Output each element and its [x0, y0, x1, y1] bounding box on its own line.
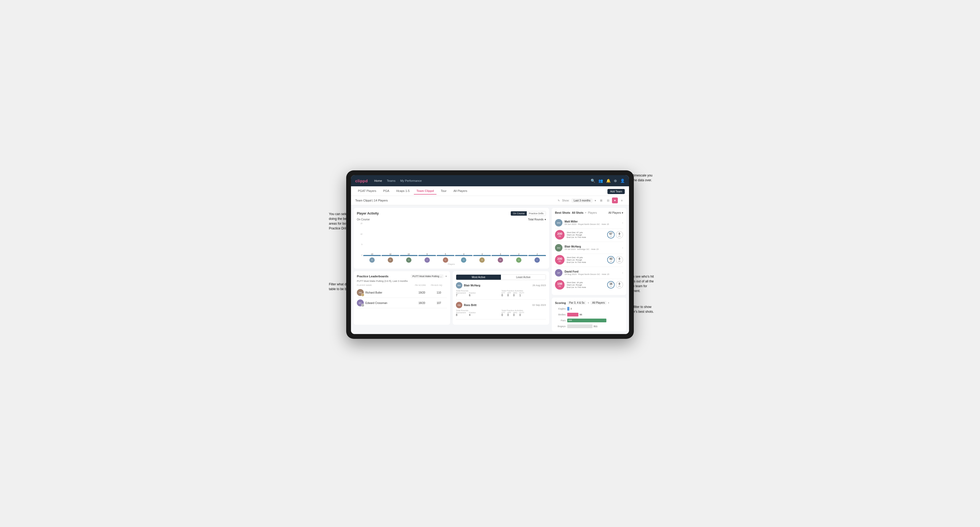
least-active-btn[interactable]: Least Active: [501, 275, 546, 280]
edit-icon[interactable]: ✎: [558, 199, 560, 202]
shot-detail-2: 200 SG Shot Dist: 43 yds Start Lie: Roug…: [555, 254, 623, 267]
scoring-dropdown-2[interactable]: All Players: [591, 301, 606, 305]
rounds-vals-2: Tournament 8 Practice 4: [456, 312, 500, 316]
view-heart-icon[interactable]: ♥: [612, 197, 618, 203]
bar-3: [400, 255, 418, 256]
people-icon[interactable]: 👥: [598, 179, 603, 183]
shot-hole-2: Hole 15: [591, 248, 599, 251]
sub-nav-right: Add Team: [608, 189, 625, 194]
shot-sg-label-2: SG: [558, 260, 561, 262]
arg-val-1: 0: [513, 294, 517, 297]
bar-val-8: 3: [500, 253, 501, 255]
bs-tab-players[interactable]: Players: [588, 211, 597, 214]
y-label-5: 5: [361, 243, 363, 245]
app-label-1: APP: [508, 292, 511, 294]
shot-player-info-1: Matt Miller 09 Jun 2023 · Royal North De…: [565, 220, 620, 225]
bar-group-3: 10: [400, 253, 418, 256]
practice-leaderboards-panel: Practice Leaderboards PUTT Must Make Put…: [354, 271, 450, 325]
leaderboard-dropdown[interactable]: PUTT Must Make Putting ...: [411, 275, 444, 278]
total-rounds-dropdown[interactable]: Total Rounds ▾: [528, 218, 546, 221]
shot-detail-3: 198 SG Shot Dist: 16 yds Start Lie: Roug…: [555, 279, 623, 292]
total-rounds-section-1: Total Rounds Tournament 7 Practice: [456, 290, 500, 297]
practice-val-1: 6: [469, 294, 476, 297]
shot-sg-label-3: SG: [558, 285, 561, 287]
most-active-btn[interactable]: Most Active: [456, 275, 501, 280]
best-shots-title: Best Shots: [555, 211, 570, 214]
tab-pgat-players[interactable]: PGAT Players: [355, 187, 379, 195]
player-activity-title: Player Activity: [357, 211, 379, 215]
yds-label-1: yds: [609, 235, 612, 237]
bar-6: [455, 255, 473, 256]
yds-num-2: 43: [609, 258, 612, 260]
leaderboard-row-1[interactable]: RB 1 Richard Butler 19/20 110: [357, 287, 447, 298]
show-chevron-icon: ▾: [595, 199, 596, 202]
bar-7: [473, 255, 491, 256]
best-shots-panel: Best Shots All Shots ▾ Players All Playe…: [552, 208, 626, 295]
shot-yds-3: 16 yds 0 yds: [607, 281, 623, 289]
shot-dist-2: Shot Dist: 43 yds: [567, 256, 605, 259]
nav-icons: 🔍 👥 🔔 ⊕ 👤: [591, 179, 625, 183]
total-rounds-label: Total Rounds: [528, 218, 544, 221]
nav-teams[interactable]: Teams: [387, 179, 396, 182]
tab-tour[interactable]: Tour: [438, 187, 449, 195]
toggle-on-course[interactable]: On Course: [511, 211, 527, 216]
total-rounds-section-2: Total Rounds Tournament 8 Practice: [456, 309, 500, 316]
active-player-header-1: BM Blair McHarg 26 Aug 2023: [456, 282, 546, 289]
shot-card-3[interactable]: DF David Ford 24 Aug 2023 · Royal North …: [555, 267, 623, 279]
avatar-row: B B D J E G R M E L: [363, 257, 546, 262]
shot-dist-1: Shot Dist: 67 yds: [567, 231, 605, 234]
scoring-chevron-2-icon: ▾: [608, 302, 609, 304]
view-grid1-icon[interactable]: ⊞: [598, 197, 604, 203]
bs-tab-chevron: ▾: [585, 211, 586, 214]
user-icon[interactable]: 👤: [620, 179, 625, 183]
search-icon[interactable]: 🔍: [591, 179, 595, 183]
show-value[interactable]: Last 3 months: [571, 198, 593, 203]
yds-num-3: 16: [609, 283, 612, 285]
shot-card-1[interactable]: MM Matt Miller 09 Jun 2023 · Royal North…: [555, 217, 623, 229]
shot-player-name-3: David Ford: [565, 270, 620, 273]
toggle-practice-drills[interactable]: Practice Drills: [527, 211, 546, 216]
tab-team-clippd[interactable]: Team Clippd: [414, 187, 436, 195]
avg-1: 110: [431, 291, 447, 294]
avatar-6: G: [461, 257, 466, 263]
shot-course-2: Ashridge GC: [578, 248, 590, 251]
add-team-button[interactable]: Add Team: [608, 189, 625, 194]
shot-player-info-3: David Ford 24 Aug 2023 · Royal North Dev…: [565, 270, 620, 275]
active-name-2: Rees Britt: [464, 304, 476, 306]
nav-my-performance[interactable]: My Performance: [400, 179, 422, 182]
nav-home[interactable]: Home: [374, 179, 382, 182]
bar-val-7: 3: [482, 253, 482, 255]
avatar-9: E: [516, 257, 522, 263]
bar-group-1: 13: [363, 253, 381, 256]
all-players-dropdown[interactable]: All Players ▾: [609, 211, 623, 214]
scoring-val-pars-inner: 499: [567, 319, 606, 322]
scoring-label-bogeys: Bogeys: [555, 325, 566, 328]
tab-all-players[interactable]: All Players: [451, 187, 470, 195]
practice-act-vals-2: GTT 0 APP 0: [501, 312, 546, 316]
yds-zero-3: 0 yds: [616, 281, 623, 289]
bar-8: [492, 255, 509, 256]
scoring-dropdown-1[interactable]: Par 3, 4 & 5s: [568, 301, 586, 305]
yds-zero-1: 0 yds: [616, 231, 623, 238]
view-grid2-icon[interactable]: ⊟: [605, 197, 611, 203]
tab-hcaps[interactable]: Hcaps 1-5: [394, 187, 412, 195]
bs-tab-all-shots[interactable]: All Shots: [572, 211, 583, 214]
most-active-panel: Most Active Least Active BM Blair McHarg…: [453, 271, 549, 325]
avg-2: 107: [431, 302, 447, 305]
bell-icon[interactable]: 🔔: [606, 179, 611, 183]
scoring-val-birdies: 96: [579, 313, 582, 316]
tab-pga[interactable]: PGA: [380, 187, 392, 195]
chart-dropdown-chevron: ▾: [545, 218, 546, 221]
scoring-row-bogeys: Bogeys 311: [555, 324, 623, 328]
active-date-1: 26 Aug 2023: [532, 284, 546, 287]
view-list-icon[interactable]: ≡: [619, 197, 625, 203]
avatar-2: B: [388, 257, 393, 263]
shot-badge-3: 198 SG: [555, 280, 565, 290]
bottom-row: Practice Leaderboards PUTT Must Make Put…: [354, 271, 549, 325]
plus-circle-icon[interactable]: ⊕: [614, 179, 617, 183]
player-name-2: Edward Crossman: [365, 302, 387, 305]
shot-info-1: Shot Dist: 67 yds Start Lie: Rough End L…: [567, 231, 605, 238]
leaderboard-row-2[interactable]: EC 2 Edward Crossman 18/20 107: [357, 298, 447, 308]
shot-card-2[interactable]: BM Blair McHarg 23 Jul 2023 · Ashridge G…: [555, 242, 623, 254]
active-name-1: Blair McHarg: [464, 284, 480, 287]
